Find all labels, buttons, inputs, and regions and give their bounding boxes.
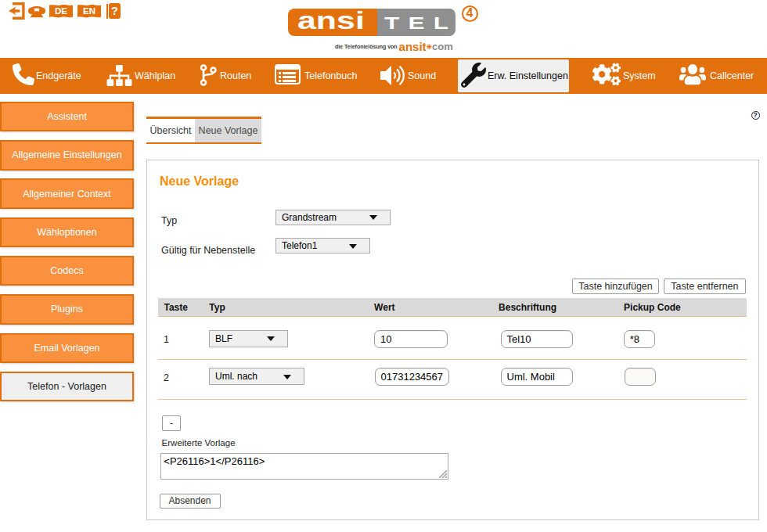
svg-text:DE: DE xyxy=(55,6,67,16)
svg-text:EN: EN xyxy=(83,6,95,16)
